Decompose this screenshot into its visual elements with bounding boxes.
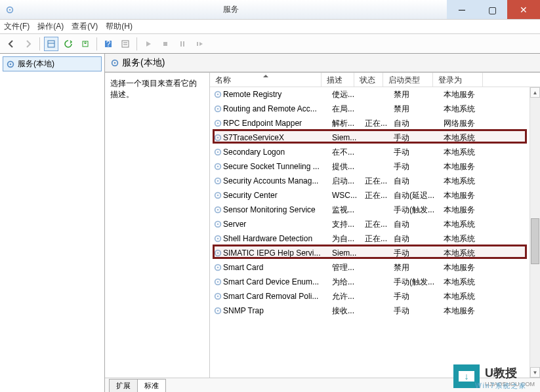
start-service-button[interactable]	[141, 37, 156, 51]
export-button[interactable]	[78, 37, 93, 51]
gear-icon	[213, 220, 223, 229]
cell-desc: 在局...	[332, 104, 365, 115]
table-row[interactable]: Secondary Logon在不...手动本地系统	[210, 145, 540, 159]
tab-extended[interactable]: 扩展	[109, 379, 138, 392]
gear-icon	[110, 58, 119, 68]
table-row[interactable]: RPC Endpoint Mapper解析...正在...自动网络服务	[210, 116, 540, 130]
cell-start: 自动	[394, 118, 444, 129]
cell-logon: 本地服务	[444, 89, 493, 100]
cell-start: 手动	[394, 147, 444, 158]
menu-file[interactable]: 文件(F)	[4, 21, 30, 32]
table-row[interactable]: SNMP Trap接收...手动本地服务	[210, 304, 540, 318]
menu-help[interactable]: 帮助(H)	[106, 21, 133, 32]
list-header: 名称 描述 状态 启动类型 登录为	[210, 73, 540, 87]
tree-item-services-local[interactable]: 服务(本地)	[3, 56, 102, 71]
column-start[interactable]: 启动类型	[383, 73, 433, 87]
gear-icon	[213, 133, 223, 142]
svg-rect-10	[163, 42, 167, 46]
main-area: 服务(本地) 服务(本地) 选择一个项目来查看它的描述。 名称 描述 状态 启动…	[0, 54, 540, 392]
cell-start: 自动(延迟...	[394, 190, 444, 201]
window-title: 服务	[14, 4, 447, 15]
svg-point-45	[217, 281, 219, 283]
minimize-button[interactable]: ─	[447, 0, 477, 19]
close-button[interactable]: ✕	[507, 0, 540, 19]
menubar: 文件(F) 操作(A) 查看(V) 帮助(H)	[0, 20, 540, 34]
svg-point-1	[9, 9, 11, 10]
svg-point-21	[217, 108, 219, 110]
back-button[interactable]	[4, 37, 18, 51]
app-icon	[5, 5, 14, 14]
svg-point-31	[217, 180, 219, 182]
properties-button[interactable]	[118, 37, 133, 51]
tab-standard[interactable]: 标准	[137, 379, 166, 392]
svg-rect-13	[197, 42, 198, 46]
cell-start: 禁用	[394, 89, 444, 100]
cell-start: 禁用	[394, 262, 444, 273]
svg-point-19	[217, 94, 219, 96]
table-row[interactable]: Smart Card Removal Poli...允许...手动本地系统	[210, 289, 540, 304]
table-row[interactable]: Routing and Remote Acc...在局...禁用本地系统	[210, 102, 540, 116]
table-row[interactable]: Server支持...正在...自动本地系统	[210, 217, 540, 231]
cell-desc: 提供...	[332, 161, 365, 172]
column-name[interactable]: 名称	[210, 73, 322, 87]
forward-button[interactable]	[21, 37, 35, 51]
cell-logon: 本地系统	[444, 219, 493, 230]
cell-name: Security Center	[223, 191, 332, 200]
table-row[interactable]: Smart Card管理...禁用本地服务	[210, 260, 540, 275]
scrollbar[interactable]: ▲ ▼	[530, 87, 540, 378]
refresh-button[interactable]	[61, 37, 75, 51]
maximize-button[interactable]: ▢	[477, 0, 507, 19]
table-row[interactable]: Smart Card Device Enum...为给...手动(触发...本地…	[210, 275, 540, 289]
cell-desc: 管理...	[332, 262, 365, 273]
svg-point-29	[217, 166, 219, 168]
cell-start: 自动	[394, 233, 444, 245]
cell-logon: 网络服务	[444, 118, 493, 129]
tree-item-label: 服务(本地)	[18, 58, 54, 69]
pause-service-button[interactable]	[175, 37, 190, 51]
svg-rect-7	[122, 41, 129, 47]
toolbar: ?	[0, 34, 540, 54]
gear-icon	[213, 90, 223, 99]
cell-desc: 支持...	[332, 219, 365, 230]
cell-start: 自动	[394, 219, 444, 230]
menu-view[interactable]: 查看(V)	[72, 21, 98, 32]
table-row[interactable]: Security Accounts Manag...启动...正在...自动本地…	[210, 174, 540, 188]
svg-point-35	[217, 209, 219, 211]
column-state[interactable]: 状态	[354, 73, 383, 87]
svg-point-33	[217, 195, 219, 197]
cell-desc: 允许...	[332, 291, 365, 302]
table-row[interactable]: Secure Socket Tunneling ...提供...手动本地服务	[210, 159, 540, 174]
toolbar-separator	[39, 37, 40, 50]
svg-point-47	[217, 296, 219, 298]
table-row[interactable]: Sensor Monitoring Service监视...手动(触发...本地…	[210, 203, 540, 217]
table-row[interactable]: SIMATIC IEPG Help Servi...Siem...手动本地系统	[210, 246, 540, 260]
details-view-button[interactable]	[44, 37, 58, 51]
content-pane: 服务(本地) 选择一个项目来查看它的描述。 名称 描述 状态 启动类型 登录为 …	[105, 54, 540, 392]
column-logon[interactable]: 登录为	[433, 73, 483, 87]
titlebar: 服务 ─ ▢ ✕	[0, 0, 540, 20]
svg-point-25	[217, 137, 219, 139]
stop-service-button[interactable]	[158, 37, 173, 51]
cell-desc: 为给...	[332, 277, 365, 288]
cell-start: 手动(触发...	[394, 205, 444, 216]
cell-name: S7TraceServiceX	[223, 133, 332, 142]
scroll-up-button[interactable]: ▲	[530, 87, 540, 98]
cell-state: 正在...	[365, 219, 394, 230]
gear-icon	[213, 191, 223, 200]
svg-point-43	[217, 267, 219, 269]
menu-action[interactable]: 操作(A)	[37, 21, 64, 32]
toolbar-separator	[96, 37, 97, 50]
scroll-thumb[interactable]	[531, 218, 539, 264]
gear-icon	[213, 234, 223, 243]
cell-desc: Siem...	[332, 133, 365, 142]
table-row[interactable]: Security CenterWSC...正在...自动(延迟...本地服务	[210, 188, 540, 203]
table-row[interactable]: Remote Registry使远...禁用本地服务	[210, 87, 540, 102]
column-desc[interactable]: 描述	[322, 73, 354, 87]
pane-body: 选择一个项目来查看它的描述。 名称 描述 状态 启动类型 登录为 Remote …	[105, 72, 540, 378]
help-button[interactable]: ?	[101, 37, 115, 51]
table-row[interactable]: Shell Hardware Detection为自...正在...自动本地系统	[210, 231, 540, 246]
restart-service-button[interactable]	[192, 37, 207, 51]
cell-name: Sensor Monitoring Service	[223, 205, 332, 214]
gear-icon	[213, 248, 223, 258]
table-row[interactable]: S7TraceServiceXSiem...手动本地系统	[210, 130, 540, 145]
